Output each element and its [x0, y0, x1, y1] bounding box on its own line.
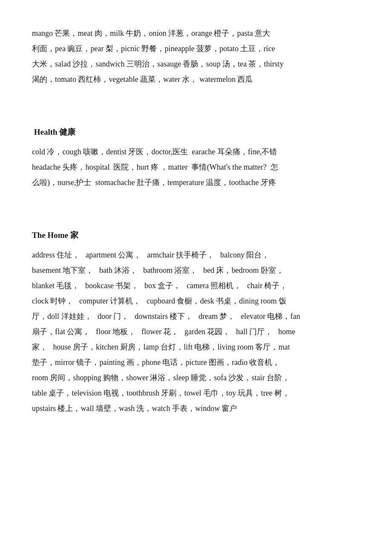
health-content: cold 冷，cough 咳嗽，dentist 牙医，doctor,医生 ear… — [32, 144, 360, 190]
health-heading: Health 健康 — [32, 124, 360, 140]
home-content: address 住址， apartment 公寓， armchair 扶手椅子，… — [32, 247, 360, 416]
health-section: Health 健康 cold 冷，cough 咳嗽，dentist 牙医，doc… — [32, 124, 360, 190]
food-content: mango 芒果，meat 肉，milk 牛奶，onion 洋葱，orange … — [32, 26, 360, 87]
home-section: The Home 家 address 住址， apartment 公寓， arm… — [32, 228, 360, 416]
page-content: mango 芒果，meat 肉，milk 牛奶，onion 洋葱，orange … — [32, 26, 360, 416]
food-section: mango 芒果，meat 肉，milk 牛奶，onion 洋葱，orange … — [32, 26, 360, 87]
home-heading: The Home 家 — [32, 228, 360, 243]
